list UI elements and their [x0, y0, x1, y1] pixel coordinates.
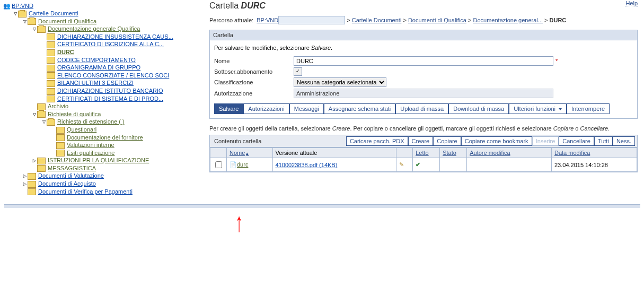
tree-doc-val[interactable]: Documenti di Valutazione	[38, 172, 104, 179]
twistie-icon[interactable]: ▷	[22, 180, 28, 187]
interrompere-button[interactable]: Interrompere	[567, 103, 610, 114]
col-autore[interactable]: Autore modifica	[467, 148, 552, 158]
twistie-icon[interactable]: ▽	[13, 10, 18, 17]
help-link[interactable]: Help	[625, 0, 638, 6]
required-marker: *	[555, 58, 558, 64]
tree-messaggistica[interactable]: MESSAGGISTICA	[48, 165, 96, 171]
autorizzazione-value: Amministrazione	[294, 89, 553, 98]
row-name-link[interactable]: durc	[237, 161, 248, 168]
nome-label: Nome	[214, 58, 294, 64]
row-version-link[interactable]: 4100023838.pdf (14KB)	[276, 162, 338, 168]
tree-cert-iscr[interactable]: CERTIFICATO DI ISCRIZIONE ALLA C...	[57, 41, 164, 47]
sottoscr-label: Sottoscr.abbonamento	[214, 68, 294, 75]
row-data: 23.04.2015 14:10:28	[552, 158, 637, 172]
create-instruction: Per creare gli oggetti della cartella, s…	[209, 125, 638, 132]
tree-dich-banc[interactable]: DICHIARAZIONE ISTITUTO BANCARIO	[57, 88, 163, 94]
breadcrumb-l2[interactable]: Documenti di Qualifica	[408, 17, 466, 23]
breadcrumb-bp-input[interactable]	[278, 16, 345, 24]
twistie-icon[interactable]: ▽	[32, 25, 37, 32]
folder-icon	[28, 188, 36, 195]
folder-panel: Cartella Per salvare le modifiche, selez…	[209, 30, 638, 119]
folder-icon	[37, 103, 46, 110]
save-instruction: Per salvare le modifiche, selezionare Sa…	[214, 45, 633, 51]
autorizzazioni-button[interactable]: Autorizzazioni	[243, 103, 289, 114]
twistie-icon[interactable]: ▽	[32, 111, 37, 118]
tutti-button[interactable]: Tutti	[594, 136, 613, 146]
col-versione: Versione attuale	[272, 148, 396, 158]
nome-input[interactable]	[294, 56, 553, 66]
twistie-icon[interactable]: ▽	[41, 118, 47, 125]
folder-icon	[37, 165, 46, 172]
tree-doc-acq[interactable]: Documenti di Acquisto	[38, 180, 96, 187]
twistie-icon[interactable]: ▷	[22, 172, 28, 179]
upload-button[interactable]: Upload di massa	[395, 103, 448, 114]
col-check	[210, 148, 227, 158]
tree-organigramma[interactable]: ORGANIGRAMMA DI GRUPPO	[57, 64, 140, 71]
classificazione-select[interactable]: Nessuna categoria selezionata	[294, 77, 386, 87]
breadcrumb-l3[interactable]: Documentazione general...	[473, 17, 543, 23]
folder-icon	[47, 49, 55, 56]
tree-durc[interactable]: DURC	[57, 49, 74, 55]
col-stato[interactable]: Stato	[440, 148, 467, 158]
ness-button[interactable]: Ness.	[613, 136, 635, 146]
col-nome[interactable]: Nome	[227, 148, 273, 158]
folder-open-icon	[28, 18, 36, 25]
tree-questionari[interactable]: Questionari	[67, 126, 96, 133]
document-icon: 📄	[230, 161, 237, 168]
folder-icon	[47, 41, 55, 48]
tree-esiti[interactable]: Esiti qualificazione	[67, 150, 115, 156]
tree-dich-insus[interactable]: DICHIARAZIONE INSUSSISTENZA CAUS...	[57, 33, 173, 40]
messaggi-button[interactable]: Messaggi	[289, 103, 324, 114]
folder-icon	[56, 150, 65, 156]
ulteriori-funzioni-button[interactable]: Ulteriori funzioni	[509, 103, 567, 114]
folder-icon	[47, 80, 55, 87]
autorizzazione-label: Autorizzazione	[214, 90, 294, 97]
twistie-icon[interactable]: ▽	[22, 18, 28, 25]
tree-cert-sist[interactable]: CERTIFICATI DI SISTEMA E DI PROD...	[57, 95, 163, 102]
content-table-panel: Contenuto cartella Caricare pacch. PDXCr…	[209, 135, 638, 172]
tree-doc-ver[interactable]: Documenti di Verifica per Pagamenti	[38, 188, 133, 195]
folder-icon	[47, 57, 55, 64]
tree-archivio[interactable]: Archivio	[48, 103, 68, 109]
folder-icon	[47, 88, 55, 95]
tree-codice[interactable]: CODICE COMPORTAMENTO	[57, 57, 136, 63]
sottoscr-checkbox[interactable]: ✓	[294, 67, 302, 76]
breadcrumb-bp[interactable]: BP:VND	[257, 17, 278, 23]
footer-bar	[4, 204, 640, 208]
pencil-icon[interactable]: ✎	[399, 161, 407, 169]
breadcrumb-current: DURC	[550, 17, 567, 23]
salvare-button[interactable]: Salvare	[214, 103, 243, 114]
assegnare-button[interactable]: Assegnare schema stati	[324, 103, 395, 114]
tree-bilanci[interactable]: BILANCI ULTIMI 3 ESERCIZI	[57, 80, 134, 86]
inserire-button: Inserire	[532, 136, 559, 146]
tree-richieste[interactable]: Richieste di qualifica	[48, 111, 101, 117]
folder-icon	[28, 173, 36, 180]
folder-icon	[56, 127, 65, 134]
folder-icon	[56, 142, 65, 149]
tree-doc-forn[interactable]: Documentazione del fornitore	[67, 134, 143, 141]
row-checkbox[interactable]	[215, 161, 222, 168]
caricare-pdx-button[interactable]: Caricare pacch. PDX	[346, 136, 408, 146]
creare-button[interactable]: Creare	[408, 136, 434, 146]
tree-val-int[interactable]: Valutazioni interne	[67, 142, 114, 148]
copiare-button[interactable]: Copiare	[433, 136, 461, 146]
breadcrumb-l1[interactable]: Cartelle Documenti	[352, 17, 402, 23]
tree-qualifica[interactable]: Documenti di Qualifica	[38, 18, 96, 24]
tree-rich-est[interactable]: Richiesta di estensione ( )	[57, 118, 125, 125]
folder-icon	[47, 33, 55, 40]
tree-cartelle[interactable]: Cartelle Documenti	[29, 10, 78, 16]
twistie-icon[interactable]: ▷	[32, 157, 37, 164]
col-letto[interactable]: Letto	[413, 148, 440, 158]
col-data[interactable]: Data modifica	[552, 148, 637, 158]
download-button[interactable]: Download di massa	[448, 103, 509, 114]
folder-open-icon	[47, 119, 55, 126]
tree-elenco[interactable]: ELENCO CONSORZIATE / ELENCO SOCI	[57, 72, 169, 79]
breadcrumb: Percorso attuale: BP:VND > Cartelle Docu…	[209, 16, 638, 24]
row-autore	[467, 158, 552, 172]
tree-doc-gen[interactable]: Documentazione generale Qualifica	[48, 25, 140, 32]
copiare-bookmark-button[interactable]: Copiare come bookmark	[461, 136, 532, 146]
cancellare-button[interactable]: Cancellare	[559, 136, 594, 146]
tree-istruzioni[interactable]: ISTRUZIONI PR LA QUALIFICAZIONE	[48, 157, 149, 163]
classificazione-label: Classificazione	[214, 79, 294, 85]
tree-root-link[interactable]: BP:VND	[12, 3, 33, 9]
